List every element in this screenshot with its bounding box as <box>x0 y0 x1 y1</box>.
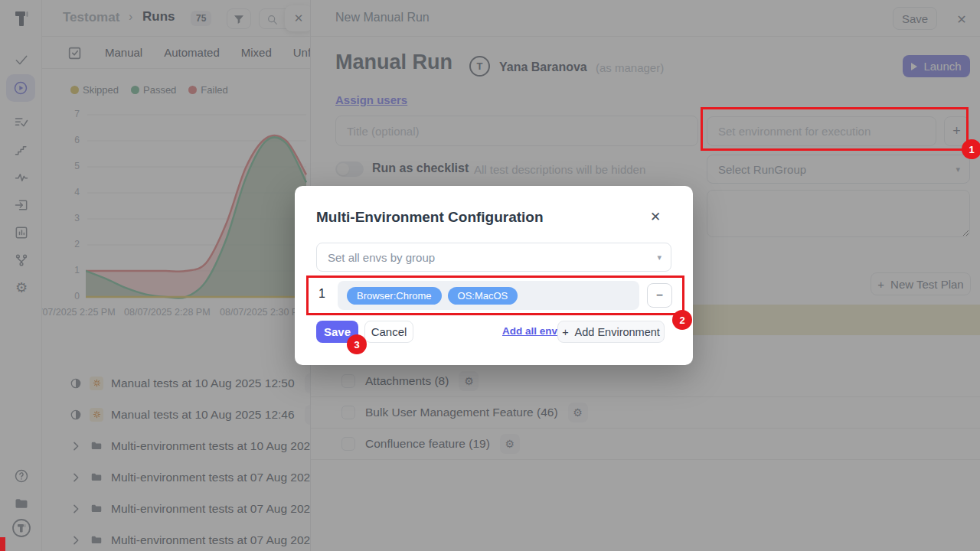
chevron-down-icon: ▾ <box>657 253 662 262</box>
annotation-badge-2: 2 <box>672 310 692 330</box>
annotation-box-step2 <box>306 276 684 315</box>
annotation-box-step1 <box>701 107 969 151</box>
recording-indicator <box>0 537 5 551</box>
annotation-badge-3: 3 <box>347 334 367 354</box>
env-group-select[interactable]: Set all envs by group ▾ <box>316 243 671 272</box>
modal-title: Multi-Environment Configuration <box>316 209 544 226</box>
annotation-badge-1: 1 <box>962 139 980 159</box>
plus-icon: + <box>562 326 568 338</box>
add-all-envs-link[interactable]: Add all envs <box>502 325 564 337</box>
modal-close-icon[interactable]: ✕ <box>648 210 662 223</box>
modal-cancel-button[interactable]: Cancel <box>364 321 413 343</box>
add-environment-button[interactable]: + Add Environment <box>557 321 665 343</box>
app-screen: ⚙ Testomat › Runs 75 ✕ <box>0 0 980 551</box>
